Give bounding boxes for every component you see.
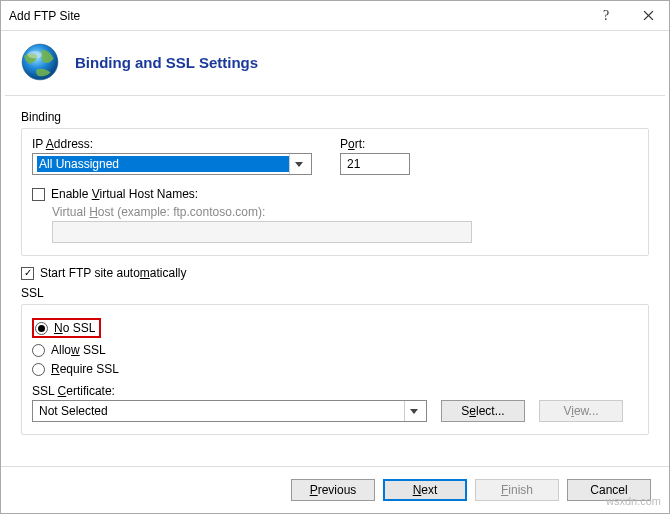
- close-button[interactable]: [627, 1, 669, 31]
- view-cert-button: View...: [539, 400, 623, 422]
- wizard-footer: Previous Next Finish Cancel: [1, 466, 669, 513]
- help-button[interactable]: ?: [585, 1, 627, 31]
- previous-button[interactable]: Previous: [291, 479, 375, 501]
- enable-vhost-checkbox[interactable]: [32, 188, 45, 201]
- chevron-down-icon: [289, 154, 307, 174]
- allow-ssl-label: Allow SSL: [51, 343, 106, 357]
- start-auto-row: Start FTP site automatically: [21, 266, 649, 280]
- close-icon: [643, 10, 654, 21]
- select-cert-button[interactable]: Select...: [441, 400, 525, 422]
- page-title: Binding and SSL Settings: [75, 54, 258, 71]
- binding-group: IP Address: All Unassigned Port:: [21, 128, 649, 256]
- ssl-cert-label: SSL Certificate:: [32, 384, 638, 398]
- port-label: Port:: [340, 137, 410, 151]
- no-ssl-highlight: No SSL: [32, 318, 101, 338]
- require-ssl-label: Require SSL: [51, 362, 119, 376]
- ssl-group-label: SSL: [21, 286, 649, 300]
- no-ssl-label: No SSL: [54, 321, 95, 335]
- binding-group-label: Binding: [21, 110, 649, 124]
- content-area: Binding IP Address: All Unassigned: [1, 96, 669, 466]
- ssl-cert-value: Not Selected: [37, 403, 404, 419]
- title-bar: Add FTP Site ?: [1, 1, 669, 31]
- start-auto-label: Start FTP site automatically: [40, 266, 187, 280]
- finish-button: Finish: [475, 479, 559, 501]
- vhost-label: Virtual Host (example: ftp.contoso.com):: [52, 205, 638, 219]
- dialog-window: Add FTP Site ? Binding and SSL Settings: [0, 0, 670, 514]
- watermark: wsxdn.com: [606, 495, 661, 507]
- next-button[interactable]: Next: [383, 479, 467, 501]
- svg-point-3: [27, 51, 42, 58]
- ssl-cert-select[interactable]: Not Selected: [32, 400, 427, 422]
- no-ssl-radio[interactable]: [35, 322, 48, 335]
- port-input[interactable]: [340, 153, 410, 175]
- vhost-input: [52, 221, 472, 243]
- wizard-header: Binding and SSL Settings: [1, 31, 669, 95]
- chevron-down-icon: [404, 401, 422, 421]
- ip-address-value: All Unassigned: [37, 156, 289, 172]
- ssl-group: No SSL Allow SSL Require SSL SSL Certifi…: [21, 304, 649, 435]
- allow-ssl-radio[interactable]: [32, 344, 45, 357]
- window-title: Add FTP Site: [9, 9, 585, 23]
- start-auto-checkbox[interactable]: [21, 267, 34, 280]
- ip-address-label: IP Address:: [32, 137, 312, 151]
- globe-icon: [19, 41, 61, 83]
- ip-address-select[interactable]: All Unassigned: [32, 153, 312, 175]
- require-ssl-radio[interactable]: [32, 363, 45, 376]
- enable-vhost-label: Enable Virtual Host Names:: [51, 187, 198, 201]
